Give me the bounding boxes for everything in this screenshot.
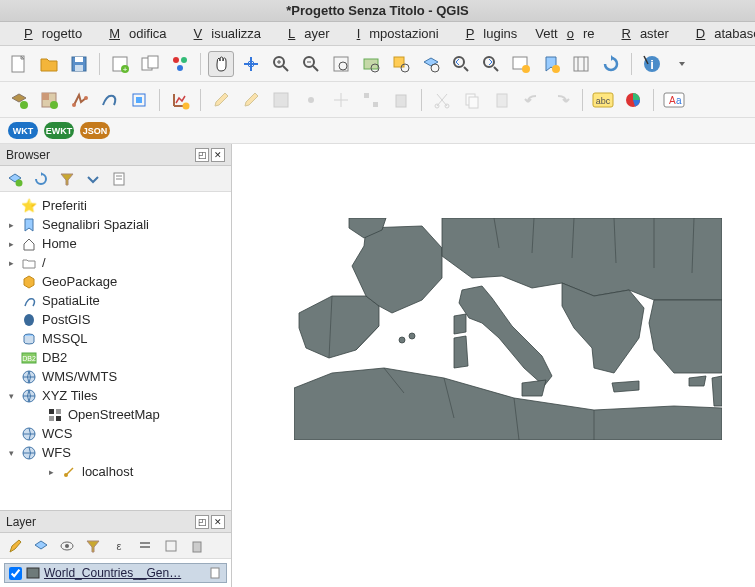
layers-undock-icon[interactable]: ◰: [195, 515, 209, 529]
layer-symbol-icon: [26, 567, 40, 579]
menu-visualizza[interactable]: Visualizza: [176, 23, 271, 44]
tree-wcs[interactable]: WCS: [0, 424, 231, 443]
tree-geopackage[interactable]: GeoPackage: [0, 272, 231, 291]
tree-localhost[interactable]: ▸localhost: [0, 462, 231, 481]
new-project-button[interactable]: [6, 51, 32, 77]
zoom-full-button[interactable]: [358, 51, 384, 77]
menu-modifica[interactable]: Modifica: [91, 23, 175, 44]
properties-icon[interactable]: [110, 170, 128, 188]
wkt-badge[interactable]: WKT: [8, 122, 38, 139]
collapse-icon[interactable]: [84, 170, 102, 188]
layer-visibility-checkbox[interactable]: [9, 567, 22, 580]
new-shapefile-button[interactable]: [66, 87, 92, 113]
refresh-icon[interactable]: [32, 170, 50, 188]
svg-point-80: [65, 544, 69, 548]
move-feature-button[interactable]: [328, 87, 354, 113]
add-feature-button[interactable]: [298, 87, 324, 113]
menu-database[interactable]: Database: [678, 23, 755, 44]
tree-spatialite[interactable]: SpatiaLite: [0, 291, 231, 310]
add-raster-button[interactable]: [36, 87, 62, 113]
layer-remove-icon[interactable]: [188, 537, 206, 555]
tree-wfs[interactable]: ▾WFS: [0, 443, 231, 462]
tree-postgis[interactable]: PostGIS: [0, 310, 231, 329]
tree-preferiti[interactable]: ⭐Preferiti: [0, 196, 231, 215]
menu-vettore[interactable]: Vettore: [526, 23, 603, 44]
redo-button[interactable]: [549, 87, 575, 113]
connection-icon: [60, 465, 78, 479]
menu-progetto[interactable]: PProgettorogetto: [6, 23, 91, 44]
cut-button[interactable]: [429, 87, 455, 113]
save-edits-button[interactable]: [268, 87, 294, 113]
layer-expand-icon[interactable]: [136, 537, 154, 555]
annotation-button[interactable]: Aa: [661, 87, 687, 113]
zoom-next-button[interactable]: [478, 51, 504, 77]
tree-osm[interactable]: OpenStreetMap: [0, 405, 231, 424]
diagram-button[interactable]: [620, 87, 646, 113]
zoom-selection-button[interactable]: [388, 51, 414, 77]
edit-button-2[interactable]: [238, 87, 264, 113]
menu-layer[interactable]: Layer: [270, 23, 339, 44]
zoom-native-button[interactable]: [328, 51, 354, 77]
tree-xyz[interactable]: ▾XYZ Tiles: [0, 386, 231, 405]
add-vector-button[interactable]: [6, 87, 32, 113]
new-geopackage-button[interactable]: [126, 87, 152, 113]
new-spatialite-button[interactable]: [96, 87, 122, 113]
layer-style-icon[interactable]: [6, 537, 24, 555]
layer-collapse-icon[interactable]: [162, 537, 180, 555]
tree-root[interactable]: ▸/: [0, 253, 231, 272]
svg-point-28: [484, 57, 494, 67]
layer-visibility-icon[interactable]: [58, 537, 76, 555]
svg-rect-55: [497, 94, 507, 107]
menu-raster[interactable]: Raster: [604, 23, 678, 44]
style-manager-button[interactable]: [167, 51, 193, 77]
zoom-out-button[interactable]: [298, 51, 324, 77]
new-virtual-button[interactable]: [167, 87, 193, 113]
browser-undock-icon[interactable]: ◰: [195, 148, 209, 162]
star-icon: ⭐: [20, 198, 38, 213]
layer-item-world-countries[interactable]: World_Countries__Gen…: [4, 563, 227, 583]
add-layer-icon[interactable]: [6, 170, 24, 188]
browser-tree[interactable]: ⭐Preferiti ▸Segnalibri Spaziali ▸Home ▸/…: [0, 192, 231, 510]
zoom-in-button[interactable]: [268, 51, 294, 77]
copy-button[interactable]: [459, 87, 485, 113]
json-badge[interactable]: JSON: [80, 122, 110, 139]
tree-wmswmts[interactable]: WMS/WMTS: [0, 367, 231, 386]
save-project-button[interactable]: [66, 51, 92, 77]
edit-button[interactable]: [208, 87, 234, 113]
layers-close-icon[interactable]: ✕: [211, 515, 225, 529]
layout-manager-button[interactable]: [137, 51, 163, 77]
tree-db2[interactable]: DB2DB2: [0, 348, 231, 367]
browser-close-icon[interactable]: ✕: [211, 148, 225, 162]
zoom-layer-button[interactable]: [418, 51, 444, 77]
open-project-button[interactable]: [36, 51, 62, 77]
filter-icon[interactable]: [58, 170, 76, 188]
paste-button[interactable]: [489, 87, 515, 113]
temporal-button[interactable]: [568, 51, 594, 77]
node-tool-button[interactable]: [358, 87, 384, 113]
delete-button[interactable]: [388, 87, 414, 113]
svg-rect-48: [364, 93, 369, 98]
pan-to-selection-button[interactable]: [238, 51, 264, 77]
tree-home[interactable]: ▸Home: [0, 234, 231, 253]
ewkt-badge[interactable]: EWKT: [44, 122, 74, 139]
refresh-button[interactable]: [598, 51, 624, 77]
abc-label-button[interactable]: abc: [590, 87, 616, 113]
new-map-view-button[interactable]: [508, 51, 534, 77]
undo-button[interactable]: [519, 87, 545, 113]
tree-segnalibri[interactable]: ▸Segnalibri Spaziali: [0, 215, 231, 234]
zoom-last-button[interactable]: [448, 51, 474, 77]
new-print-layout-button[interactable]: +: [107, 51, 133, 77]
menu-impostazioni[interactable]: Impostazioni: [339, 23, 448, 44]
map-canvas[interactable]: [232, 144, 755, 587]
layer-add-group-icon[interactable]: [32, 537, 50, 555]
layer-filter-icon[interactable]: [84, 537, 102, 555]
menu-plugins[interactable]: Plugins: [448, 23, 527, 44]
identify-button[interactable]: i: [639, 51, 665, 77]
svg-rect-2: [75, 57, 83, 62]
identify-dropdown[interactable]: [669, 51, 695, 77]
new-bookmark-button[interactable]: [538, 51, 564, 77]
layer-inform-icon[interactable]: [208, 566, 222, 580]
layer-expression-icon[interactable]: ε: [110, 537, 128, 555]
tree-mssql[interactable]: MSSQL: [0, 329, 231, 348]
pan-button[interactable]: [208, 51, 234, 77]
